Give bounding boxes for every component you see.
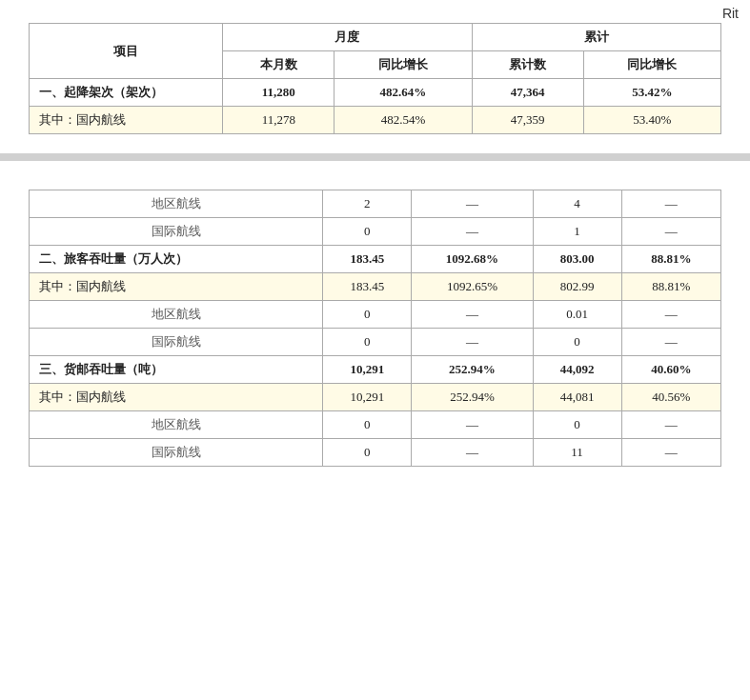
table-row: 地区航线2—4— [30,190,721,218]
cum-val-label: 累计数 [509,57,546,71]
bottom-section: 地区航线2—4—国际航线0—1—二、旅客吞吐量（万人次）183.451092.6… [0,170,750,476]
header-item-label: 项目 [113,44,138,58]
col-cum-val: 累计数 [472,51,583,79]
col-cum-yoy: 同比增长 [583,51,720,79]
cum-yoy-label: 同比增长 [627,57,677,71]
table-row: 其中：国内航线10,291252.94%44,08140.56% [30,384,721,411]
month-val-label: 本月数 [260,57,297,71]
table-row: 地区航线0—0— [30,411,721,439]
table1: 项目 月度 累计 本月数 同比增长 [29,23,721,134]
top-bar-text: Rit [722,6,739,21]
table-row: 其中：国内航线11,278482.54%47,35953.40% [30,107,721,134]
table-row: 国际航线0—11— [30,439,721,467]
divider [0,153,750,161]
top-section: 项目 月度 累计 本月数 同比增长 [0,10,750,144]
col-header-item: 项目 [30,24,223,79]
table-row: 二、旅客吞吐量（万人次）183.451092.68%803.0088.81% [30,246,721,273]
top-bar: Rit [711,0,750,27]
col-month-val: 本月数 [223,51,334,79]
table-row: 国际航线0—1— [30,218,721,246]
col-month-yoy: 同比增长 [334,51,472,79]
table-row: 国际航线0—0— [30,329,721,356]
group-monthly-label: 月度 [334,30,359,44]
table2: 地区航线2—4—国际航线0—1—二、旅客吞吐量（万人次）183.451092.6… [29,190,721,467]
table-row: 一、起降架次（架次）11,280482.64%47,36453.42% [30,79,721,107]
table-row: 地区航线0—0.01— [30,301,721,329]
group-cumulative-label: 累计 [584,30,609,44]
page-wrapper: Rit 项目 月度 累计 本月数 [0,0,750,700]
table-row: 三、货邮吞吐量（吨）10,291252.94%44,09240.60% [30,356,721,384]
col-group-cumulative: 累计 [472,24,720,51]
col-group-monthly: 月度 [223,24,472,51]
month-yoy-label: 同比增长 [378,57,428,71]
table-row: 其中：国内航线183.451092.65%802.9988.81% [30,273,721,301]
